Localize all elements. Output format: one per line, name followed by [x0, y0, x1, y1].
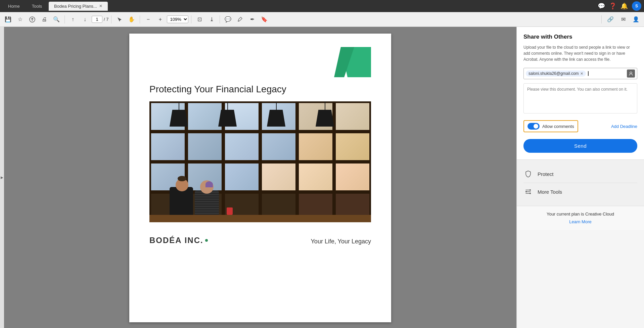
- send-button[interactable]: Send: [523, 139, 637, 153]
- pdf-viewer: Protecting Your Financial Legacy: [4, 27, 516, 328]
- svg-point-6: [530, 193, 531, 194]
- protect-label: Protect: [538, 171, 554, 177]
- comment-button[interactable]: 💬: [223, 14, 233, 25]
- pdf-title: Protecting Your Financial Legacy: [149, 84, 371, 95]
- page-indicator: / 7: [92, 16, 108, 23]
- toolbar-separator-5: [220, 15, 220, 24]
- search-button[interactable]: 🔍: [51, 14, 62, 25]
- protect-icon: [523, 169, 533, 179]
- learn-more-link[interactable]: Learn More: [569, 219, 591, 224]
- tab-document[interactable]: Bodea Pricing Plans... ✕: [49, 2, 108, 11]
- pdf-hero-image: [149, 101, 371, 222]
- chat-icon[interactable]: 💬: [598, 2, 605, 10]
- page-up-button[interactable]: ↑: [67, 14, 78, 25]
- svg-point-5: [525, 191, 527, 192]
- share-panel: Share with Others Upload your file to th…: [517, 27, 644, 160]
- notification-icon[interactable]: 🔔: [620, 2, 628, 10]
- message-textarea[interactable]: [523, 83, 637, 113]
- page-input[interactable]: [92, 16, 102, 23]
- email-input-row[interactable]: saloni.shukla26@gmail.com ✕: [523, 68, 637, 79]
- plan-text: Your current plan is Creative Cloud: [523, 212, 637, 217]
- allow-comments-label: Allow comments: [542, 124, 574, 129]
- fit-page-button[interactable]: ⤓: [206, 14, 217, 25]
- toolbar-separator-4: [191, 15, 191, 24]
- allow-comments-row: Allow comments Add Deadline: [523, 120, 637, 132]
- user-avatar[interactable]: S: [632, 1, 641, 11]
- zoom-select[interactable]: 109% 100% 75% 150%: [167, 15, 188, 23]
- toolbar: 💾 ☆ 🖨 🔍 ↑ ↓ / 7 ✋ − + 109% 100% 75% 150%…: [0, 12, 644, 27]
- main-layout: ▶ Protecting Your Financial Legacy: [0, 27, 644, 328]
- tab-tools[interactable]: Tools: [27, 2, 47, 11]
- left-panel-toggle[interactable]: ▶: [0, 27, 4, 328]
- zoom-control: 109% 100% 75% 150%: [167, 15, 188, 23]
- toolbar-right: 🔗 ✉ 👤: [600, 14, 641, 25]
- bookmark-button[interactable]: ☆: [15, 14, 26, 25]
- email-tag-text: saloni.shukla26@gmail.com: [528, 71, 579, 76]
- pdf-tagline: Your Life, Your Legacy: [311, 238, 371, 245]
- text-cursor: [588, 71, 589, 76]
- tab-home[interactable]: Home: [3, 2, 25, 11]
- link-button[interactable]: 🔗: [605, 14, 616, 25]
- email-tag-close[interactable]: ✕: [580, 72, 583, 76]
- toolbar-nav: ↑ ↓ / 7: [67, 14, 108, 25]
- right-panel: Share with Others Upload your file to th…: [516, 27, 644, 328]
- pdf-footer: BODÉA INC. Your Life, Your Legacy: [149, 236, 371, 245]
- tab-bar-actions: 💬 ❓ 🔔 S: [598, 1, 641, 11]
- tab-bar: Home Tools Bodea Pricing Plans... ✕ 💬 ❓ …: [0, 0, 644, 12]
- tab-document-label: Bodea Pricing Plans...: [54, 4, 97, 9]
- more-tools-label: More Tools: [538, 189, 562, 195]
- email-tag: saloni.shukla26@gmail.com ✕: [526, 71, 586, 77]
- zoom-in-button[interactable]: +: [155, 14, 166, 25]
- plan-panel: Your current plan is Creative Cloud Lear…: [517, 206, 644, 230]
- page-down-button[interactable]: ↓: [80, 14, 90, 25]
- svg-point-2: [205, 239, 208, 242]
- draw-button[interactable]: ✒: [247, 14, 258, 25]
- toolbar-separator-1: [64, 15, 65, 24]
- toolbar-separator-3: [140, 15, 140, 24]
- brand-accent: [205, 239, 208, 242]
- brand-inc: INC.: [185, 236, 203, 245]
- tab-tools-label: Tools: [32, 4, 42, 9]
- pdf-logo-area: [149, 47, 371, 77]
- add-contact-button[interactable]: [627, 69, 635, 78]
- bodea-brand: BODÉA INC.: [149, 236, 208, 245]
- save-button[interactable]: 💾: [3, 14, 13, 25]
- share-title: Share with Others: [523, 34, 637, 40]
- more-tools-item[interactable]: More Tools: [523, 183, 637, 200]
- user-menu-button[interactable]: 👤: [631, 14, 641, 25]
- svg-point-3: [630, 72, 632, 74]
- left-arrow-icon: ▶: [1, 176, 3, 179]
- help-icon[interactable]: ❓: [609, 2, 616, 10]
- tab-close-icon[interactable]: ✕: [99, 4, 102, 8]
- print-button[interactable]: 🖨: [39, 14, 50, 25]
- marquee-button[interactable]: ⊡: [194, 14, 205, 25]
- tab-home-label: Home: [8, 4, 20, 9]
- brand-text: BODÉA: [149, 236, 182, 245]
- toolbar-separator-6: [601, 15, 602, 24]
- page-total: / 7: [104, 17, 108, 22]
- hand-tool-button[interactable]: ✋: [126, 14, 137, 25]
- protect-tool-item[interactable]: Protect: [523, 165, 637, 183]
- pdf-page: Protecting Your Financial Legacy: [129, 34, 391, 322]
- share-description: Upload your file to the cloud to send pe…: [523, 44, 637, 62]
- allow-comments-toggle-group[interactable]: Allow comments: [523, 120, 578, 132]
- upload-button[interactable]: [27, 14, 38, 25]
- toolbar-separator-2: [111, 15, 111, 24]
- stamp-button[interactable]: 🔖: [259, 14, 270, 25]
- add-deadline-link[interactable]: Add Deadline: [611, 124, 637, 129]
- zoom-out-button[interactable]: −: [143, 14, 153, 25]
- toggle-thumb: [534, 124, 538, 129]
- more-tools-icon: [523, 187, 533, 196]
- bodea-logo-shape: [334, 47, 371, 77]
- highlight-button[interactable]: [235, 14, 245, 25]
- mail-button[interactable]: ✉: [618, 14, 629, 25]
- select-tool-button[interactable]: [114, 14, 125, 25]
- tools-panel: Protect More Tools: [517, 160, 644, 206]
- svg-point-4: [530, 189, 531, 191]
- allow-comments-toggle[interactable]: [527, 123, 540, 130]
